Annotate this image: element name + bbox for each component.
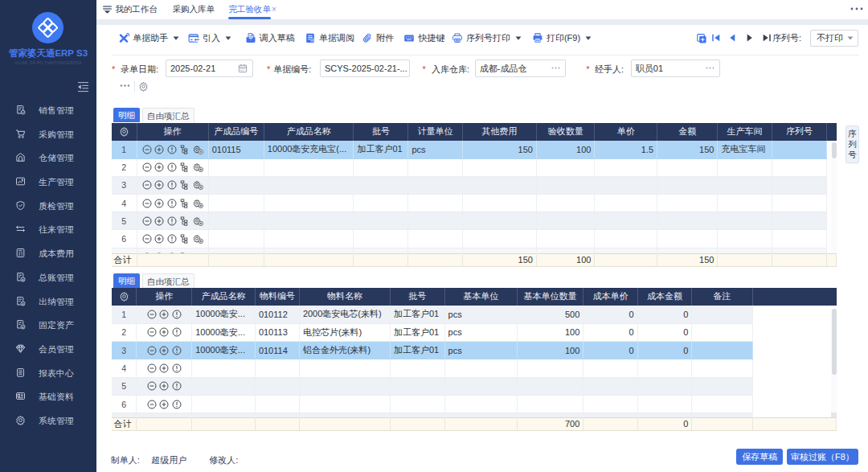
add-row-icon[interactable] (154, 162, 164, 172)
cell[interactable] (299, 395, 390, 412)
cell[interactable] (595, 230, 657, 248)
grid2-row-6[interactable]: 6 (112, 395, 837, 412)
cell[interactable] (637, 395, 692, 412)
add-row-icon[interactable] (159, 400, 169, 409)
cell[interactable] (408, 176, 462, 194)
cell[interactable]: 0 (583, 342, 637, 359)
cell[interactable] (462, 212, 536, 230)
cell[interactable] (718, 176, 772, 194)
cell[interactable] (637, 377, 692, 395)
sidebar-item-会员管理[interactable]: 会员管理 (0, 337, 96, 361)
first-record-button[interactable] (711, 33, 722, 43)
remove-row-icon[interactable] (147, 327, 157, 337)
scrollbar-thumb[interactable] (832, 142, 837, 158)
doc-tab-我的工作台[interactable]: 我的工作台 (115, 0, 158, 19)
audit-post-button[interactable]: 审核过账（F8） (787, 449, 858, 465)
cell[interactable] (657, 230, 718, 248)
grid2-row-4[interactable]: 4 (112, 359, 837, 377)
sidebar-item-报表中心[interactable]: 报表中心 (0, 361, 96, 385)
cell[interactable] (264, 212, 354, 230)
add-row-icon[interactable] (154, 199, 164, 208)
cell[interactable] (583, 395, 637, 412)
cell[interactable] (255, 359, 299, 377)
bom-tree-icon[interactable] (179, 162, 190, 172)
bom-tree-icon[interactable] (179, 180, 190, 190)
cell[interactable] (692, 359, 752, 377)
cell[interactable]: 010113 (255, 323, 299, 341)
cell[interactable] (536, 195, 595, 212)
cell[interactable] (718, 158, 772, 176)
cell[interactable] (444, 395, 517, 412)
cell[interactable] (692, 306, 752, 323)
remove-row-icon[interactable] (142, 216, 152, 226)
sidebar-item-出纳管理[interactable]: 出纳管理 (0, 289, 96, 314)
cell[interactable]: pcs (444, 306, 517, 323)
sidebar-item-基础资料[interactable]: 基础资料 (0, 384, 96, 408)
add-row-icon[interactable] (159, 346, 169, 355)
toolbar-调入草稿[interactable]: 调入草稿 (245, 27, 295, 50)
row-info-icon[interactable] (172, 381, 182, 391)
remove-row-icon[interactable] (142, 252, 152, 253)
serial-print-select[interactable]: 不打印 (810, 30, 858, 47)
serial-config-icon[interactable] (193, 216, 203, 226)
cell[interactable] (354, 212, 408, 230)
sidebar-item-成本费用[interactable]: 成本费用 (0, 241, 96, 265)
cell[interactable]: 0 (583, 306, 637, 323)
cell[interactable] (772, 141, 827, 158)
save-draft-button[interactable]: 保存草稿 (736, 449, 783, 465)
cell[interactable]: 加工客户01 (390, 306, 444, 323)
next-record-button[interactable] (745, 33, 755, 43)
sidebar-item-往来管理[interactable]: 往来管理 (0, 217, 96, 241)
grid2-row-2[interactable]: 2 10000毫安...010113电控芯片(来料)加工客户01pcs10000 (112, 323, 837, 341)
toolbar-引入[interactable]: 引入 (188, 27, 231, 50)
cell[interactable] (657, 195, 718, 212)
remove-row-icon[interactable] (147, 310, 157, 319)
cell[interactable] (536, 176, 595, 194)
cell[interactable]: 100 (536, 141, 595, 158)
sidebar-item-系统管理[interactable]: 系统管理 (0, 408, 96, 433)
row-info-icon[interactable] (167, 199, 177, 208)
cell[interactable] (444, 359, 517, 377)
cell[interactable]: 010114 (255, 342, 299, 359)
cell[interactable] (772, 158, 827, 176)
grid-settings-gear-icon[interactable] (112, 123, 137, 142)
cell[interactable]: pcs (408, 141, 462, 158)
remove-row-icon[interactable] (142, 145, 152, 154)
grid-settings-gear-icon[interactable] (112, 288, 137, 306)
remove-row-icon[interactable] (142, 180, 152, 190)
scrollbar-thumb[interactable] (832, 309, 837, 375)
cell[interactable] (208, 158, 264, 176)
add-row-icon[interactable] (159, 310, 169, 319)
more-dots-icon[interactable] (850, 6, 864, 11)
cell[interactable]: 0 (637, 323, 692, 341)
remove-row-icon[interactable] (147, 363, 157, 373)
cell[interactable] (192, 359, 256, 377)
cell[interactable]: 充电宝车间 (718, 141, 772, 158)
serial-config-icon[interactable] (193, 199, 203, 208)
cell[interactable] (255, 377, 299, 395)
cell[interactable] (772, 230, 827, 248)
row-info-icon[interactable] (167, 145, 177, 154)
cell[interactable] (408, 195, 462, 212)
add-row-icon[interactable] (159, 327, 169, 337)
cell[interactable] (583, 377, 637, 395)
cell[interactable]: 0 (637, 306, 692, 323)
cell[interactable]: 150 (462, 141, 536, 158)
cell[interactable]: 010115 (208, 141, 264, 158)
cell[interactable] (208, 230, 264, 248)
cell[interactable]: 500 (517, 306, 583, 323)
sidebar-item-总账管理[interactable]: 总账管理 (0, 265, 96, 289)
cell[interactable] (462, 176, 536, 194)
row-info-icon[interactable] (172, 400, 182, 409)
cell[interactable] (462, 195, 536, 212)
cell[interactable] (692, 395, 752, 412)
cell[interactable] (390, 359, 444, 377)
cell[interactable] (192, 377, 256, 395)
cell[interactable] (657, 176, 718, 194)
row-info-icon[interactable] (172, 310, 182, 319)
row-info-icon[interactable] (172, 363, 182, 373)
cell[interactable] (692, 342, 752, 359)
vertical-scrollbar[interactable] (831, 306, 837, 418)
lookup-dots-icon[interactable] (706, 60, 714, 76)
cell[interactable]: 10000毫安... (192, 323, 256, 341)
